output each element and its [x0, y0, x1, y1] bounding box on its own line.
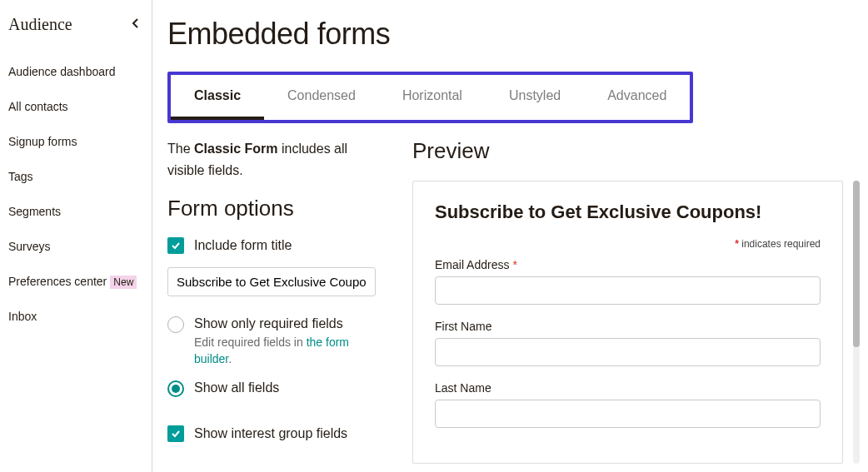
sidebar-item-segments[interactable]: Segments — [8, 194, 152, 229]
tab-condensed[interactable]: Condensed — [264, 75, 379, 120]
required-indicator-note: * indicates required — [435, 238, 821, 250]
show-interest-option: Show interest group fields — [167, 425, 386, 443]
check-icon — [171, 429, 181, 439]
show-required-label: Show only required fields — [194, 315, 386, 333]
include-title-checkbox[interactable] — [167, 237, 184, 254]
check-icon — [171, 241, 181, 251]
tab-advanced[interactable]: Advanced — [584, 75, 690, 120]
show-all-radio[interactable] — [167, 380, 184, 397]
page-title: Embedded forms — [167, 17, 860, 52]
tabs-highlight: Classic Condensed Horizontal Unstyled Ad… — [167, 72, 693, 123]
sidebar-item-label: Preferences center — [8, 275, 107, 288]
sidebar-nav: Audience dashboard All contacts Signup f… — [8, 54, 152, 334]
sidebar-title: Audience — [8, 15, 72, 34]
field-label-lastname: Last Name — [435, 381, 821, 395]
sidebar-item-label: Signup forms — [8, 135, 77, 148]
sidebar: Audience Audience dashboard All contacts… — [0, 0, 152, 472]
sidebar-item-label: Surveys — [8, 240, 51, 253]
include-title-option: Include form title — [167, 236, 386, 255]
include-title-label: Include form title — [194, 236, 292, 255]
content-row: The Classic Form includes all visible fi… — [167, 128, 860, 464]
tabs: Classic Condensed Horizontal Unstyled Ad… — [171, 75, 690, 120]
show-required-help: Edit required fields in the form builder… — [194, 335, 386, 367]
sidebar-item-label: Segments — [8, 205, 61, 218]
sidebar-item-label: Inbox — [8, 310, 37, 323]
field-input-firstname[interactable] — [435, 338, 821, 366]
preview-column: Preview Subscribe to Get Exclusive Coupo… — [412, 128, 860, 464]
tab-horizontal[interactable]: Horizontal — [379, 75, 486, 120]
new-badge: New — [110, 276, 137, 289]
sidebar-item-preferences-center[interactable]: Preferences centerNew — [8, 264, 152, 299]
main-content: Embedded forms Classic Condensed Horizon… — [152, 0, 868, 472]
field-input-email[interactable] — [435, 276, 821, 305]
field-label-email: Email Address * — [435, 258, 821, 271]
tab-unstyled[interactable]: Unstyled — [486, 75, 584, 120]
sidebar-item-tags[interactable]: Tags — [8, 159, 152, 194]
sidebar-item-label: Audience dashboard — [8, 65, 115, 78]
show-required-option: Show only required fields Edit required … — [167, 315, 386, 368]
sidebar-item-all-contacts[interactable]: All contacts — [8, 89, 152, 124]
preview-scrollbar-thumb[interactable] — [853, 181, 860, 347]
sidebar-item-audience-dashboard[interactable]: Audience dashboard — [8, 54, 152, 89]
preview-panel: Subscribe to Get Exclusive Coupons! * in… — [412, 181, 843, 464]
show-interest-checkbox[interactable] — [167, 425, 184, 442]
form-options-heading: Form options — [167, 196, 386, 221]
show-required-radio[interactable] — [167, 316, 184, 333]
tab-description: The Classic Form includes all visible fi… — [167, 138, 386, 181]
chevron-left-icon — [132, 17, 140, 29]
tab-classic[interactable]: Classic — [171, 75, 264, 120]
preview-form-title: Subscribe to Get Exclusive Coupons! — [435, 201, 821, 223]
sidebar-item-signup-forms[interactable]: Signup forms — [8, 124, 152, 159]
sidebar-item-label: Tags — [8, 170, 33, 183]
sidebar-item-label: All contacts — [8, 100, 68, 113]
show-all-label: Show all fields — [194, 379, 279, 397]
preview-scrollbar[interactable] — [853, 181, 860, 464]
form-options-column: The Classic Form includes all visible fi… — [167, 128, 386, 464]
field-input-lastname[interactable] — [435, 400, 821, 428]
sidebar-item-inbox[interactable]: Inbox — [8, 299, 152, 334]
form-title-input[interactable] — [167, 267, 376, 296]
sidebar-item-surveys[interactable]: Surveys — [8, 229, 152, 264]
preview-panel-wrap: Subscribe to Get Exclusive Coupons! * in… — [412, 181, 860, 464]
sidebar-header: Audience — [8, 15, 152, 34]
sidebar-collapse-button[interactable] — [132, 17, 140, 32]
preview-heading: Preview — [412, 138, 860, 164]
show-interest-label: Show interest group fields — [194, 425, 347, 443]
field-label-firstname: First Name — [435, 320, 821, 333]
show-all-option: Show all fields — [167, 379, 386, 397]
